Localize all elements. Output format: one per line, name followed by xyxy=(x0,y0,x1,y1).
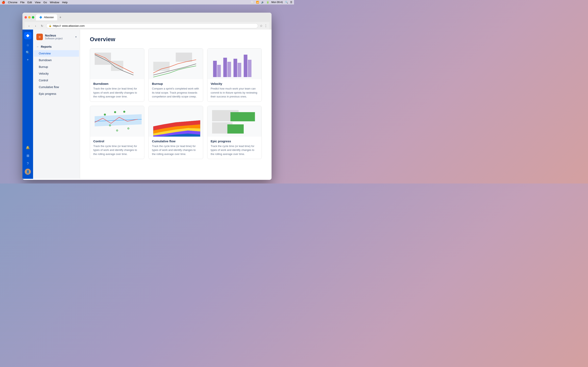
sidebar-apps-icon[interactable]: ⊞ xyxy=(25,152,31,159)
search-icon[interactable]: 🔍 xyxy=(285,1,288,4)
atlassian-tab-icon: 🔷 xyxy=(39,16,42,19)
nav-section-header[interactable]: ← Reports xyxy=(33,43,80,50)
main-content: Overview xyxy=(80,30,272,179)
project-type: Software project xyxy=(45,37,73,40)
menu-help[interactable]: Help xyxy=(62,1,68,4)
report-card-epic-progress[interactable]: Epic progress Track the cycle time (or l… xyxy=(207,106,262,159)
epic-progress-chart xyxy=(208,106,261,137)
nav-item-burnup[interactable]: Burnup xyxy=(34,64,79,70)
sidebar-help-icon[interactable]: ? xyxy=(25,160,31,167)
browser-chrome: 🔷 Atlassian + ‹ › ↻ 🔒 https:// www.atlas… xyxy=(22,13,272,30)
menubar-left: 🍎 Chrome File Edit View Go Window Help xyxy=(2,1,68,4)
report-card-cumulative-flow[interactable]: Cumulative flow Track the cycle time (or… xyxy=(148,106,203,159)
svg-rect-28 xyxy=(227,124,243,133)
tab-bar: 🔷 Atlassian + xyxy=(36,14,269,20)
control-info: Control Track the cycle time (or lead ti… xyxy=(90,137,144,159)
svg-point-19 xyxy=(116,130,118,131)
bookmark-icon[interactable]: ☆ xyxy=(260,24,263,28)
svg-rect-27 xyxy=(230,112,255,121)
control-chart xyxy=(90,106,144,137)
velocity-chart xyxy=(208,49,261,79)
report-card-burndown[interactable]: Burndown Track the cycle time (or lead t… xyxy=(90,48,144,102)
app-logo xyxy=(24,32,31,39)
browser-tab[interactable]: 🔷 Atlassian xyxy=(36,14,57,20)
project-chevron-icon[interactable]: ▾ xyxy=(75,35,77,38)
menu-chrome[interactable]: Chrome xyxy=(8,1,17,4)
volume-icon: 🔊 xyxy=(261,1,264,4)
burndown-chart xyxy=(90,49,144,79)
project-icon: ⚛ xyxy=(36,34,43,40)
address-bar[interactable]: 🔒 https:// www.atlassian.com xyxy=(46,23,258,28)
sidebar-starred-icon[interactable]: ☆ xyxy=(25,42,31,48)
velocity-desc: Predict how much work your team can comm… xyxy=(211,87,258,99)
browser-toolbar: ‹ › ↻ 🔒 https:// www.atlassian.com ☆ ⋮ xyxy=(25,22,269,30)
menu-go[interactable]: Go xyxy=(43,1,47,4)
svg-point-15 xyxy=(114,111,116,113)
more-options-icon[interactable]: ⋮ xyxy=(264,24,268,28)
browser-window: 🔷 Atlassian + ‹ › ↻ 🔒 https:// www.atlas… xyxy=(22,13,272,180)
report-card-control[interactable]: Control Track the cycle time (or lead ti… xyxy=(90,106,144,159)
velocity-info: Velocity Predict how much work your team… xyxy=(208,79,261,101)
tab-title: Atlassian xyxy=(44,16,54,19)
report-card-burnup[interactable]: Burnup Compare a sprint's completed work… xyxy=(148,48,203,102)
svg-point-16 xyxy=(123,111,125,113)
nav-item-velocity[interactable]: Velocity xyxy=(34,70,79,77)
nav-item-overview[interactable]: Overview xyxy=(34,50,79,57)
apple-menu[interactable]: 🍎 xyxy=(2,1,5,4)
control-desc: Track the cycle time (or lead time) for … xyxy=(93,144,141,156)
svg-rect-12 xyxy=(248,60,251,77)
user-avatar[interactable]: 👤 xyxy=(25,169,31,175)
clock: Mon 09:41 xyxy=(271,1,283,4)
burnup-chart xyxy=(149,49,203,79)
velocity-title: Velocity xyxy=(211,82,258,85)
svg-rect-2 xyxy=(111,61,123,71)
url-domain: www.atlassian.com xyxy=(62,24,85,27)
nav-item-cumulative-flow[interactable]: Cumulative flow xyxy=(34,84,79,90)
browser-titlebar: 🔷 Atlassian + xyxy=(25,14,269,20)
svg-rect-4 xyxy=(153,62,170,71)
control-center-icon[interactable]: ☰ xyxy=(290,1,292,4)
nav-item-control[interactable]: Control xyxy=(34,77,79,83)
nav-item-burndown[interactable]: Burndown xyxy=(34,57,79,63)
project-header: ⚛ Nucleus Software project ▾ xyxy=(33,32,80,42)
report-card-velocity[interactable]: Velocity Predict how much work your team… xyxy=(207,48,262,102)
page-title: Overview xyxy=(90,36,262,43)
reload-button[interactable]: ↻ xyxy=(40,24,44,28)
forward-button[interactable]: › xyxy=(33,24,38,28)
cumulative-flow-desc: Track the cycle time (or lead time) for … xyxy=(152,144,199,156)
sidebar-search-icon[interactable]: 🔍 xyxy=(25,49,31,56)
menu-view[interactable]: View xyxy=(35,1,41,4)
menu-edit[interactable]: Edit xyxy=(27,1,32,4)
project-info: Nucleus Software project xyxy=(45,34,73,40)
app-layout: ☆ 🔍 + 🔔 ⊞ ? 👤 ⚛ Nucleus Software project… xyxy=(22,30,272,179)
burndown-info: Burndown Track the cycle time (or lead t… xyxy=(90,79,144,101)
minimize-button[interactable] xyxy=(28,16,31,18)
new-tab-button[interactable]: + xyxy=(58,15,63,20)
project-name: Nucleus xyxy=(45,34,73,37)
svg-rect-7 xyxy=(223,58,227,77)
burndown-desc: Track the cycle time (or lead time) for … xyxy=(93,87,141,99)
nav-section-title: Reports xyxy=(41,45,52,48)
svg-rect-9 xyxy=(233,59,237,77)
sidebar-notifications-icon[interactable]: 🔔 xyxy=(25,144,31,151)
svg-marker-0 xyxy=(26,34,29,37)
svg-rect-5 xyxy=(213,61,217,77)
nav-item-epic-progress[interactable]: Epic progress xyxy=(34,91,79,97)
menu-window[interactable]: Window xyxy=(50,1,59,4)
url-protocol: https:// xyxy=(53,24,61,27)
sidebar-add-icon[interactable]: + xyxy=(25,57,31,63)
close-button[interactable] xyxy=(25,16,27,18)
control-title: Control xyxy=(93,140,141,143)
svg-rect-6 xyxy=(217,65,221,77)
toolbar-actions: ☆ ⋮ xyxy=(260,24,268,28)
svg-point-14 xyxy=(104,114,106,116)
burnup-title: Burnup xyxy=(152,82,199,85)
back-button[interactable]: ‹ xyxy=(26,24,31,28)
menu-file[interactable]: File xyxy=(20,1,25,4)
svg-rect-11 xyxy=(243,55,247,77)
nav-sidebar: ⚛ Nucleus Software project ▾ ← Reports O… xyxy=(33,30,80,179)
lock-icon: 🔒 xyxy=(49,25,52,27)
svg-rect-8 xyxy=(227,62,231,77)
maximize-button[interactable] xyxy=(32,16,34,18)
epic-progress-title: Epic progress xyxy=(211,140,258,143)
